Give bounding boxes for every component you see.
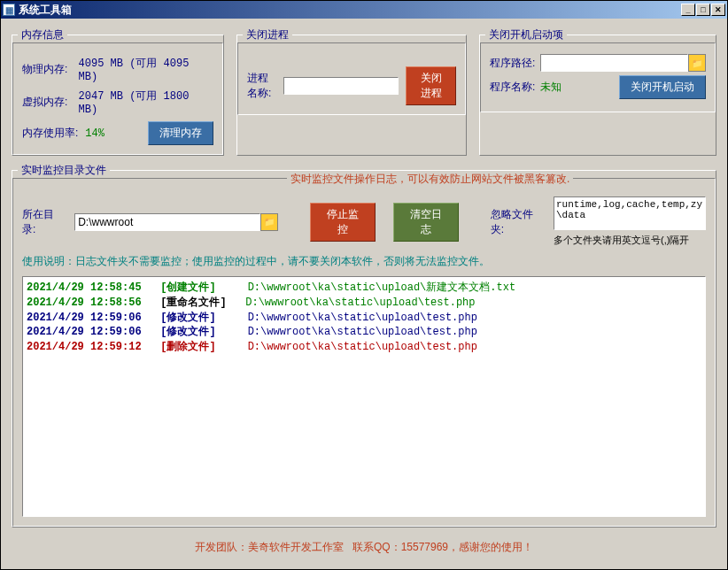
qq-label: 联系QQ： [352,541,401,553]
startup-legend: 关闭开机启动项 [485,27,567,42]
memory-legend: 内存信息 [18,27,67,42]
virtual-memory-label: 虚拟内存: [22,95,75,110]
close-process-group: 关闭进程 进程名称: 关闭进程 [236,27,467,156]
log-line: 2021/4/29 12:59:12 [删除文件] D:\wwwroot\ka\… [27,340,701,355]
dir-label: 所在目录: [22,207,67,237]
ignore-folders-input[interactable]: runtime,log,cache,temp,zy\data [554,196,706,230]
folder-icon: 📁 [692,58,702,68]
browse-path-button[interactable]: 📁 [688,54,706,72]
startup-group: 关闭开机启动项 程序路径: 📁 程序名称: 未知 [479,27,716,156]
memory-usage-label: 内存使用率: [22,126,78,141]
minimize-button[interactable]: _ [681,4,695,16]
monitor-title: 实时监控文件操作日志，可以有效防止网站文件被黑客篡改. [287,172,573,187]
process-name-input[interactable] [283,77,399,95]
program-path-label: 程序路径: [490,56,535,71]
dir-input[interactable] [74,213,260,231]
folder-icon: 📁 [264,217,275,227]
browse-dir-button[interactable]: 📁 [260,213,278,231]
main-window: ▦ 系统工具箱 _ □ ✕ 内存信息 物理内存: 4095 MB (可用 409… [0,0,728,570]
process-name-label: 进程名称: [247,71,276,101]
log-line: 2021/4/29 12:59:06 [修改文件] D:\wwwroot\ka\… [27,311,701,326]
monitor-group: 实时监控目录文件 实时监控文件操作日志，可以有效防止网站文件被黑客篡改. 所在目… [12,163,716,528]
footer: 开发团队：美奇软件开发工作室 联系QQ：15577969，感谢您的使用！ [12,535,716,560]
team-name: 美奇软件开发工作室 [248,541,344,553]
app-icon: ▦ [3,4,15,16]
usage-description: 使用说明：日志文件夹不需要监控；使用监控的过程中，请不要关闭本软件，否则将无法监… [22,254,706,269]
close-button[interactable]: ✕ [711,4,725,16]
log-area[interactable]: 2021/4/29 12:58:45 [创建文件] D:\wwwroot\ka\… [22,276,706,517]
memory-usage-value: 14% [85,127,105,140]
log-line: 2021/4/29 12:58:45 [创建文件] D:\wwwroot\ka\… [27,281,701,296]
physical-memory-value: 4095 MB (可用 4095 MB) [79,56,213,83]
memory-info-group: 内存信息 物理内存: 4095 MB (可用 4095 MB) 虚拟内存: 20… [12,27,224,156]
stop-monitor-button[interactable]: 停止监控 [310,203,376,242]
log-line: 2021/4/29 12:58:56 [重命名文件] D:\wwwroot\ka… [27,296,701,311]
physical-memory-label: 物理内存: [22,62,75,77]
close-process-button[interactable]: 关闭进程 [406,66,456,105]
maximize-button[interactable]: □ [696,4,710,16]
monitor-legend: 实时监控目录文件 [18,163,110,178]
program-path-input[interactable] [540,54,688,72]
ignore-hint: 多个文件夹请用英文逗号(,)隔开 [554,234,689,247]
window-title: 系统工具箱 [19,3,681,18]
qq-value: 15577969， [401,541,459,553]
ignore-label: 忽略文件夹: [491,207,546,237]
thanks-text: 感谢您的使用！ [459,541,533,553]
clear-log-button[interactable]: 清空日志 [393,203,459,242]
content-area: 内存信息 物理内存: 4095 MB (可用 4095 MB) 虚拟内存: 20… [1,19,727,569]
clean-memory-button[interactable]: 清理内存 [148,121,213,145]
virtual-memory-value: 2047 MB (可用 1800 MB) [79,89,213,116]
team-label: 开发团队： [195,541,248,553]
close-process-legend: 关闭进程 [243,27,292,42]
program-name-label: 程序名称: [490,80,535,95]
titlebar[interactable]: ▦ 系统工具箱 _ □ ✕ [1,1,727,19]
log-line: 2021/4/29 12:59:06 [修改文件] D:\wwwroot\ka\… [27,325,701,340]
program-name-value: 未知 [540,80,561,95]
close-startup-button[interactable]: 关闭开机启动 [619,75,706,99]
